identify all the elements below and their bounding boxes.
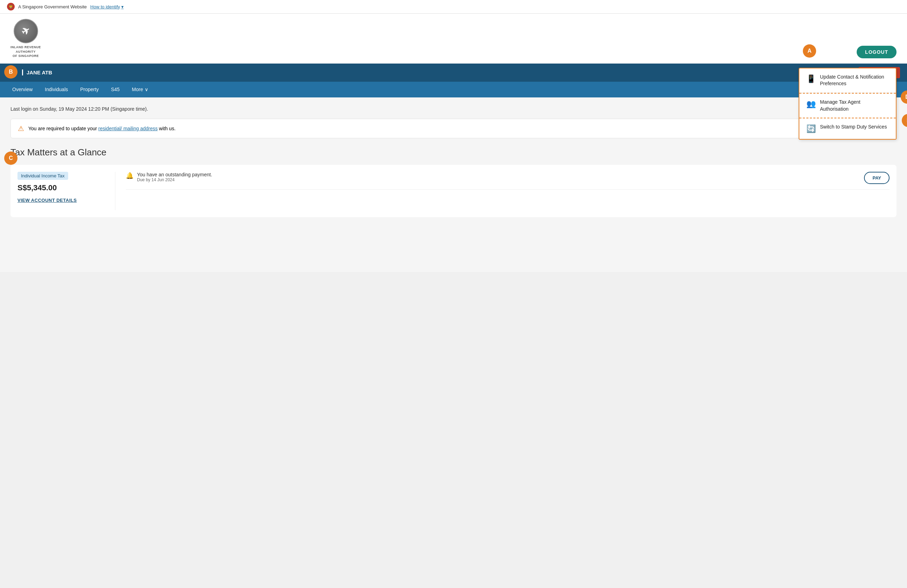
tax-card-left: Individual Income Tax S$5,345.00 VIEW AC…: [18, 172, 115, 210]
chevron-down-icon: ▾: [121, 4, 124, 10]
logout-button[interactable]: LOGOUT: [857, 46, 896, 58]
switch-icon: 🔄: [806, 124, 816, 133]
subnav-property[interactable]: Property: [75, 83, 104, 96]
sub-nav: Overview Individuals Property S45 More ∨: [0, 82, 907, 97]
view-details-link[interactable]: VIEW ACCOUNT DETAILS: [18, 198, 108, 203]
outstanding-notice: 🔔 You have an outstanding payment. Due b…: [126, 172, 889, 190]
due-date: Due by 14 Jun 2024: [137, 177, 212, 182]
main-content: C Last login on Sunday, 19 May 2024 12:2…: [0, 97, 907, 272]
annotation-e: E: [902, 114, 907, 127]
dropdown-manage-tax-agent[interactable]: 👥 Manage Tax Agent Authorisation: [800, 93, 896, 118]
user-name: JANE ATB: [22, 69, 52, 75]
tax-card: Individual Income Tax S$5,345.00 VIEW AC…: [11, 165, 896, 217]
nav-bar: 🔔 JANE ATB Inbox Account 👤 Profile ∧: [0, 64, 907, 82]
subnav-individuals[interactable]: Individuals: [40, 83, 73, 96]
tax-card-right: 🔔 You have an outstanding payment. Due b…: [115, 172, 889, 210]
warning-icon: ⚠: [18, 124, 24, 133]
bell-icon-card: 🔔: [126, 172, 133, 179]
how-to-identify-link[interactable]: How to identify ▾: [90, 4, 123, 10]
alert-text: You are required to update your resident…: [28, 126, 175, 131]
switch-stamp-duty-label: Switch to Stamp Duty Services: [820, 124, 887, 131]
dropdown-update-contact[interactable]: 📱 Update Contact & Notification Preferen…: [800, 69, 896, 93]
pay-button[interactable]: PAY: [864, 172, 889, 184]
logo-circle: ✈: [14, 19, 38, 43]
dropdown-switch-stamp-duty[interactable]: 🔄 Switch to Stamp Duty Services: [800, 118, 896, 139]
tax-agent-icon: 👥: [806, 99, 816, 109]
header-area: ✈ INLAND REVENUE AUTHORITY OF SINGAPORE …: [0, 14, 907, 64]
subnav-overview[interactable]: Overview: [7, 83, 38, 96]
alert-box: ⚠ You are required to update your reside…: [11, 119, 896, 138]
annotation-c: C: [4, 152, 18, 165]
logo-text: INLAND REVENUE AUTHORITY OF SINGAPORE: [11, 45, 41, 58]
profile-dropdown: 📱 Update Contact & Notification Preferen…: [799, 68, 896, 140]
manage-tax-agent-label: Manage Tax Agent Authorisation: [820, 99, 889, 112]
subnav-s45[interactable]: S45: [106, 83, 125, 96]
update-contact-label: Update Contact & Notification Preference…: [820, 74, 889, 87]
tax-amount: S$5,345.00: [18, 183, 108, 192]
outstanding-title: You have an outstanding payment.: [137, 172, 212, 177]
phone-notification-icon: 📱: [806, 74, 816, 83]
more-chevron-icon: ∨: [145, 86, 148, 92]
logo-icon: ✈: [19, 24, 32, 38]
tax-label-badge: Individual Income Tax: [18, 172, 68, 180]
agency-text: A Singapore Government Website: [18, 4, 87, 10]
annotation-a: A: [803, 44, 816, 58]
address-link[interactable]: residential/ mailing address: [98, 126, 158, 131]
logo-area: ✈ INLAND REVENUE AUTHORITY OF SINGAPORE: [11, 19, 41, 58]
annotation-b: B: [4, 65, 18, 78]
top-banner: 🦁 A Singapore Government Website How to …: [0, 0, 907, 14]
lion-icon: 🦁: [7, 3, 15, 11]
section-title: Tax Matters at a Glance: [11, 147, 896, 158]
subnav-more[interactable]: More ∨: [127, 83, 154, 96]
login-info: Last login on Sunday, 19 May 2024 12:20 …: [11, 106, 896, 112]
